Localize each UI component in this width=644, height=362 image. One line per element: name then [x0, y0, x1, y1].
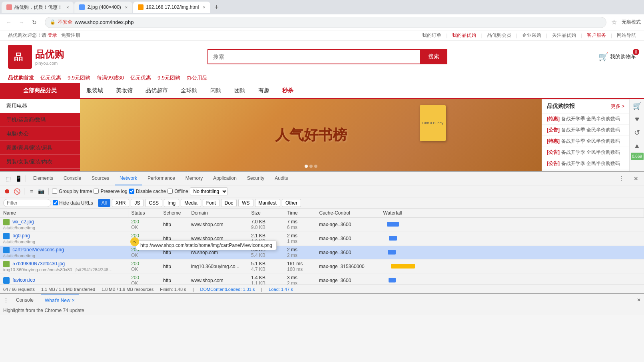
- login-link[interactable]: 登录: [48, 32, 57, 38]
- console-tab[interactable]: Console: [12, 294, 38, 306]
- tab-sources[interactable]: Sources: [87, 172, 114, 185]
- tab-1[interactable]: 品优购，优质！优惠！ ×: [2, 2, 74, 13]
- tab-console[interactable]: Console: [59, 172, 86, 185]
- col-name[interactable]: Name: [0, 209, 128, 218]
- search-input[interactable]: [207, 49, 420, 64]
- console-settings-icon[interactable]: ⋮: [3, 297, 9, 303]
- devtools-device-btn[interactable]: 📱: [14, 174, 23, 183]
- side-up-btn[interactable]: ▲: [632, 139, 642, 153]
- filter-js[interactable]: JS: [131, 199, 144, 207]
- filter-img[interactable]: Img: [164, 199, 179, 207]
- view-screenshot-btn[interactable]: 📷: [37, 187, 45, 195]
- register-link[interactable]: 免费注册: [61, 32, 80, 38]
- news-item-2[interactable]: [公告]备战开学季 全民半价购数码: [542, 125, 629, 136]
- table-row[interactable]: cartPanelViewIcons.png /static/home/img …: [0, 246, 644, 260]
- col-size[interactable]: Size: [248, 209, 284, 218]
- tab-memory[interactable]: Memory: [181, 172, 207, 185]
- table-row[interactable]: bg0.png /static/home/img 200OK http www.…: [0, 232, 644, 246]
- filter-manifest[interactable]: Manifest: [255, 199, 280, 207]
- member-link[interactable]: 品优购会员: [487, 32, 511, 39]
- nav-sale[interactable]: 秒杀: [276, 83, 300, 98]
- tab-application[interactable]: Application: [208, 172, 241, 185]
- category-item-mobile[interactable]: 手机/运营商/数码: [0, 113, 80, 127]
- bookmark-icon[interactable]: ☆: [611, 18, 617, 26]
- disable-cache-label[interactable]: Disable cache: [129, 189, 166, 194]
- col-cache[interactable]: Cache-Control: [316, 209, 380, 218]
- nav-supermarket[interactable]: 品优超市: [139, 83, 174, 98]
- nav-all-products[interactable]: 全部商品分类: [0, 83, 80, 98]
- filter-input[interactable]: [3, 199, 51, 207]
- table-row[interactable]: 57bd9890N73efbc30.jpg img10.360buyimg.co…: [0, 260, 644, 274]
- tab-security[interactable]: Security: [242, 172, 269, 185]
- address-bar[interactable]: 🔓 不安全 www.shop.com/index.php: [45, 17, 606, 28]
- record-btn[interactable]: ⏺: [3, 187, 11, 195]
- search-button[interactable]: 搜索: [420, 49, 447, 64]
- dot-2[interactable]: [309, 165, 313, 168]
- service-link[interactable]: 客户服务: [587, 32, 606, 39]
- disable-cache-checkbox[interactable]: [129, 189, 134, 194]
- view-list-btn[interactable]: ≡: [28, 187, 36, 195]
- news-item-1[interactable]: [特惠]备战开学季 全民半价购数码: [542, 113, 629, 125]
- hide-data-urls-checkbox[interactable]: [53, 200, 58, 205]
- devtools-close-btn[interactable]: ✕: [631, 174, 641, 183]
- tab-performance[interactable]: Performance: [143, 172, 180, 185]
- sitemap-link[interactable]: 网站导航: [617, 32, 636, 39]
- filter-media[interactable]: Media: [181, 199, 201, 207]
- clear-btn[interactable]: 🚫: [13, 187, 21, 195]
- filter-ws[interactable]: WS: [238, 199, 253, 207]
- col-time[interactable]: Time: [284, 209, 316, 218]
- tab-audits[interactable]: Audits: [270, 172, 293, 185]
- table-row[interactable]: wx_c2.jpg /static/home/img 200OK http ww…: [0, 218, 644, 232]
- offline-checkbox[interactable]: [167, 189, 173, 194]
- filter-other[interactable]: Other: [282, 199, 301, 207]
- dot-1[interactable]: [305, 165, 308, 168]
- devtools-inspect-btn[interactable]: ⬚: [3, 174, 13, 183]
- category-item-appliances[interactable]: 家用电器: [0, 99, 80, 113]
- category-item-computer[interactable]: 电脑/办公: [0, 127, 80, 141]
- network-table-wrapper[interactable]: Name Status Scheme Domain Size Time Cach…: [0, 209, 644, 284]
- table-row[interactable]: favicon.ico 200OK http www.shop.com 1.4 …: [0, 274, 644, 285]
- news-item-5[interactable]: [公告]备战开学季 全民半价购数码: [542, 158, 629, 169]
- col-scheme[interactable]: Scheme: [160, 209, 188, 218]
- forward-button[interactable]: →: [16, 17, 27, 28]
- preserve-log-checkbox[interactable]: [94, 189, 99, 194]
- offline-label[interactable]: Offline: [167, 189, 188, 194]
- col-status[interactable]: Status: [128, 209, 160, 218]
- filter-doc[interactable]: Doc: [221, 199, 237, 207]
- category-item-clothes[interactable]: 男装/女装/童装/内衣: [0, 155, 80, 169]
- nav-beauty[interactable]: 美妆馆: [110, 83, 139, 98]
- tab-3-close[interactable]: ×: [203, 5, 205, 10]
- nav-flash[interactable]: 闪购: [204, 83, 228, 98]
- news-more-link[interactable]: 更多 >: [611, 103, 624, 110]
- side-fav-btn[interactable]: ♥: [633, 113, 641, 126]
- throttle-select[interactable]: No throttling Slow 3G Fast 3G Offline: [190, 187, 228, 195]
- tab-1-close[interactable]: ×: [66, 5, 69, 10]
- filter-font[interactable]: Font: [203, 199, 219, 207]
- filter-all[interactable]: All: [98, 199, 110, 207]
- nav-group[interactable]: 团购: [228, 83, 252, 98]
- promo-5[interactable]: 亿元优惠: [130, 74, 151, 82]
- group-frame-label[interactable]: Group by frame: [52, 189, 92, 194]
- side-history-btn[interactable]: ↺: [632, 126, 642, 139]
- hide-data-urls-label[interactable]: Hide data URLs: [53, 200, 93, 206]
- nav-fun[interactable]: 有趣: [252, 83, 276, 98]
- news-item-3[interactable]: [特惠]备战开学季 全民半价购数码: [542, 136, 629, 147]
- side-cart-btn[interactable]: 🛒: [631, 99, 643, 113]
- tab-elements[interactable]: Elements: [28, 172, 58, 185]
- load-link[interactable]: Load: 1.47 s: [269, 287, 293, 292]
- promo-6[interactable]: 9.9元团购: [158, 74, 180, 82]
- filter-css[interactable]: CSS: [145, 199, 162, 207]
- promo-7[interactable]: 办公用品: [187, 74, 207, 82]
- promo-2[interactable]: 亿元优惠: [40, 74, 61, 82]
- tab-network[interactable]: Network: [115, 172, 142, 185]
- devtools-more-btn[interactable]: ⋮: [614, 172, 629, 185]
- promo-3[interactable]: 9.9元团购: [68, 74, 90, 82]
- dot-3[interactable]: [314, 165, 317, 168]
- tab-2[interactable]: 2.jpg (400×400) ×: [74, 2, 132, 13]
- filter-xhr[interactable]: XHR: [112, 199, 129, 207]
- nav-fashion[interactable]: 服装城: [80, 83, 110, 98]
- news-item-4[interactable]: [公告]备战开学季 全民半价购数码: [542, 147, 629, 158]
- preserve-log-label[interactable]: Preserve log: [94, 189, 127, 194]
- whats-new-tab[interactable]: What's New ×: [41, 294, 79, 306]
- col-waterfall[interactable]: Waterfall: [380, 209, 644, 218]
